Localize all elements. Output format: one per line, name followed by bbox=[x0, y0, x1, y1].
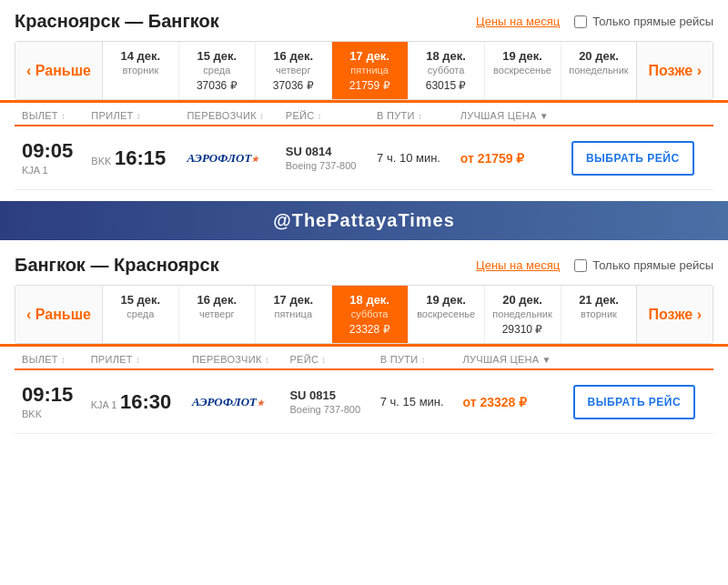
prev-nav-2[interactable]: ‹ Раньше bbox=[15, 286, 103, 343]
date-price: — bbox=[565, 79, 633, 92]
date-cell-6[interactable]: 20 дек. понедельник — bbox=[561, 42, 637, 99]
col-header-btn bbox=[564, 103, 713, 126]
flight-num-cell: SU 0815Boeing 737-800 bbox=[282, 369, 372, 434]
date-main: 17 дек. bbox=[259, 293, 328, 307]
watermark-text: @ThePattayaTimes bbox=[273, 210, 455, 230]
date-price: — bbox=[259, 323, 328, 336]
depart-cell: 09:05KJA 1 bbox=[15, 126, 84, 190]
select-flight-button[interactable]: ВЫБРАТЬ РЕЙС bbox=[573, 385, 696, 419]
date-price: 23328 ₽ bbox=[336, 323, 404, 336]
col-header-1: ПРИЛЕТ ↕ bbox=[84, 347, 185, 369]
direct-only-label-2[interactable]: Только прямые рейсы bbox=[574, 258, 713, 272]
route-title-2: Бангкок — Красноярск bbox=[15, 255, 219, 276]
flight-table-container-1: ВЫЛЕТ ↕ПРИЛЕТ ↕ПЕРЕВОЗЧИК ↕РЕЙС ↕В ПУТИ … bbox=[0, 103, 728, 201]
arrive-time: 16:30 bbox=[120, 390, 171, 413]
date-cell-2[interactable]: 17 дек. пятница — bbox=[256, 286, 332, 343]
flight-number: SU 0815 bbox=[289, 388, 336, 402]
date-cell-3[interactable]: 18 дек. суббота 23328 ₽ bbox=[332, 286, 409, 343]
date-day: понедельник bbox=[565, 65, 633, 76]
airline-name: АЭРОФЛОТ★ bbox=[192, 395, 264, 408]
col-header-3: РЕЙС ↕ bbox=[278, 103, 369, 126]
date-cell-1[interactable]: 15 дек. среда 37036 ₽ bbox=[179, 42, 256, 99]
flight-table-head-2: ВЫЛЕТ ↕ПРИЛЕТ ↕ПЕРЕВОЗЧИК ↕РЕЙС ↕В ПУТИ … bbox=[15, 347, 713, 369]
date-day: вторник bbox=[565, 308, 633, 319]
col-header-2: ПЕРЕВОЗЧИК ↕ bbox=[185, 347, 282, 369]
date-day: воскресенье bbox=[489, 65, 557, 76]
col-header-0: ВЫЛЕТ ↕ bbox=[15, 103, 84, 126]
arrive-time: 16:15 bbox=[115, 146, 166, 169]
date-cell-5[interactable]: 20 дек. понедельник 29310 ₽ bbox=[485, 286, 561, 343]
date-price: — bbox=[183, 323, 251, 336]
date-main: 19 дек. bbox=[489, 49, 557, 63]
best-price: от 21759 ₽ bbox=[460, 151, 525, 166]
price-month-link-1[interactable]: Цены на месяц bbox=[476, 15, 560, 28]
date-price: 37036 ₽ bbox=[183, 79, 251, 92]
date-cell-2[interactable]: 16 дек. четверг 37036 ₽ bbox=[256, 42, 332, 99]
date-price: — bbox=[565, 323, 633, 336]
date-main: 17 дек. bbox=[336, 49, 404, 63]
col-header-0: ВЫЛЕТ ↕ bbox=[15, 347, 84, 369]
col-header-3: РЕЙС ↕ bbox=[282, 347, 372, 369]
col-header-5: ЛУЧШАЯ ЦЕНА ▼ bbox=[455, 347, 565, 369]
flight-table-header-row-2: ВЫЛЕТ ↕ПРИЛЕТ ↕ПЕРЕВОЗЧИК ↕РЕЙС ↕В ПУТИ … bbox=[15, 347, 713, 369]
date-price: 29310 ₽ bbox=[489, 323, 557, 336]
date-main: 20 дек. bbox=[489, 293, 557, 307]
direct-only-checkbox-2[interactable] bbox=[574, 259, 587, 272]
date-day: понедельник bbox=[489, 308, 557, 319]
duration-text: 7 ч. 15 мин. bbox=[380, 395, 444, 408]
date-cell-4[interactable]: 19 дек. воскресенье — bbox=[409, 286, 485, 343]
date-day: пятница bbox=[336, 65, 404, 76]
flight-table-2: ВЫЛЕТ ↕ПРИЛЕТ ↕ПЕРЕВОЗЧИК ↕РЕЙС ↕В ПУТИ … bbox=[15, 347, 713, 434]
date-main: 21 дек. bbox=[565, 293, 633, 307]
price-month-link-2[interactable]: Цены на месяц bbox=[476, 258, 560, 272]
date-price: 37036 ₽ bbox=[259, 79, 328, 92]
prev-nav-1[interactable]: ‹ Раньше bbox=[15, 42, 103, 99]
col-header-4: В ПУТИ ↕ bbox=[373, 347, 456, 369]
date-cell-4[interactable]: 18 дек. суббота 63015 ₽ bbox=[409, 42, 485, 99]
header-right-2: Цены на месяц Только прямые рейсы bbox=[476, 258, 713, 272]
direct-only-text-1: Только прямые рейсы bbox=[592, 15, 713, 28]
direct-only-label-1[interactable]: Только прямые рейсы bbox=[574, 15, 713, 28]
date-day: вторник bbox=[106, 65, 175, 76]
date-cell-3[interactable]: 17 дек. пятница 21759 ₽ bbox=[332, 42, 409, 99]
arrive-iata: KJA 1 bbox=[91, 399, 117, 410]
direct-only-text-2: Только прямые рейсы bbox=[592, 258, 713, 272]
date-price: 21759 ₽ bbox=[336, 79, 404, 92]
col-header-1: ПРИЛЕТ ↕ bbox=[84, 103, 179, 126]
price-cell: от 23328 ₽ bbox=[455, 369, 565, 434]
duration-cell: 7 ч. 10 мин. bbox=[369, 126, 453, 190]
direct-only-checkbox-1[interactable] bbox=[574, 15, 587, 28]
table-row: 09:05KJA 1BKK 16:15АЭРОФЛОТ★SU 0814Boein… bbox=[15, 126, 713, 190]
date-selector-1: ‹ Раньше 14 дек. вторник — 15 дек. среда… bbox=[15, 41, 713, 100]
date-cell-5[interactable]: 19 дек. воскресенье — bbox=[485, 42, 561, 99]
date-price: — bbox=[106, 323, 175, 336]
date-cell-0[interactable]: 14 дек. вторник — bbox=[103, 42, 179, 99]
section1-header: Красноярск — Бангкок Цены на месяц Тольк… bbox=[15, 11, 713, 32]
arrive-iata-cell: BKK 16:15 bbox=[84, 126, 179, 190]
date-cell-0[interactable]: 15 дек. среда — bbox=[103, 286, 179, 343]
date-day: суббота bbox=[336, 308, 404, 319]
date-main: 20 дек. bbox=[565, 49, 633, 63]
airline-cell: АЭРОФЛОТ★ bbox=[179, 126, 278, 190]
col-header-4: В ПУТИ ↕ bbox=[369, 103, 453, 126]
select-flight-button[interactable]: ВЫБРАТЬ РЕЙС bbox=[571, 141, 694, 176]
depart-iata: BKK bbox=[22, 408, 42, 419]
flight-table-container-2: ВЫЛЕТ ↕ПРИЛЕТ ↕ПЕРЕВОЗЧИК ↕РЕЙС ↕В ПУТИ … bbox=[0, 347, 728, 445]
section2-header: Бангкок — Красноярск Цены на месяц Тольк… bbox=[15, 255, 713, 276]
date-cells-1: 14 дек. вторник — 15 дек. среда 37036 ₽ … bbox=[103, 42, 637, 99]
next-nav-2[interactable]: Позже › bbox=[636, 286, 713, 343]
col-header-2: ПЕРЕВОЗЧИК ↕ bbox=[179, 103, 278, 126]
date-cells-2: 15 дек. среда — 16 дек. четверг — 17 дек… bbox=[103, 286, 637, 343]
date-day: среда bbox=[106, 308, 175, 319]
col-header-5: ЛУЧШАЯ ЦЕНА ▼ bbox=[453, 103, 564, 126]
depart-cell: 09:15BKK bbox=[15, 369, 84, 434]
section-kja-bkk: Красноярск — Бангкок Цены на месяц Тольк… bbox=[0, 0, 728, 100]
date-day: воскресенье bbox=[412, 308, 480, 319]
flight-table-body-1: 09:05KJA 1BKK 16:15АЭРОФЛОТ★SU 0814Boein… bbox=[15, 126, 713, 190]
flight-table-head-1: ВЫЛЕТ ↕ПРИЛЕТ ↕ПЕРЕВОЗЧИК ↕РЕЙС ↕В ПУТИ … bbox=[15, 103, 713, 126]
aircraft-type: Boeing 737-800 bbox=[286, 160, 357, 171]
table-row: 09:15BKKKJA 1 16:30АЭРОФЛОТ★SU 0815Boein… bbox=[15, 369, 713, 434]
date-cell-6[interactable]: 21 дек. вторник — bbox=[561, 286, 637, 343]
date-cell-1[interactable]: 16 дек. четверг — bbox=[179, 286, 256, 343]
next-nav-1[interactable]: Позже › bbox=[636, 42, 713, 99]
